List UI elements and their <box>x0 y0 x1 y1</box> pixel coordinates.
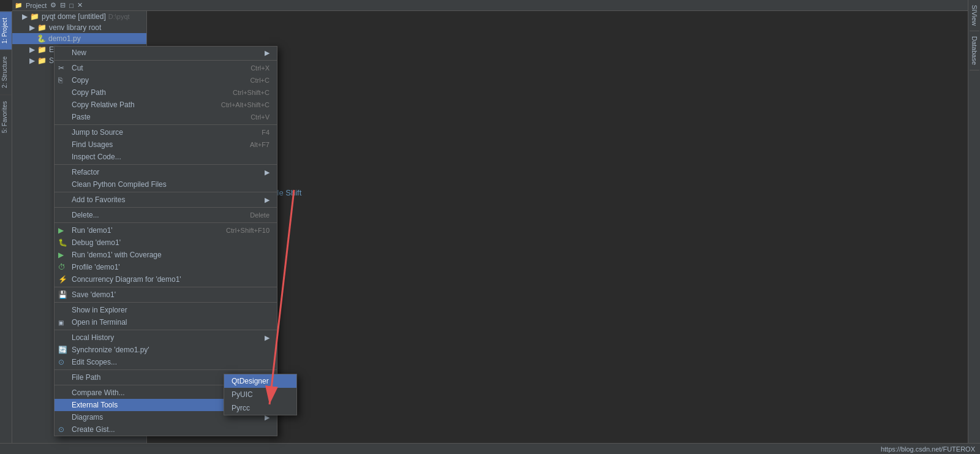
profile-icon: ⏱ <box>58 263 66 271</box>
external-tools-submenu: QtDesigner PyUIC Pyrcc <box>224 374 297 415</box>
cut-shortcut: Ctrl+X <box>251 64 270 72</box>
sync-label: Synchronize 'demo1.py' <box>72 346 149 354</box>
jump-source-label: Jump to Source <box>72 128 123 137</box>
exter-icon: 📁 <box>37 45 47 54</box>
file-path-label: File Path <box>72 373 100 382</box>
debug-label: Debug 'demo1' <box>72 238 121 247</box>
left-panel-tabs: 1: Project 2: Structure 5: Favorites <box>0 11 12 454</box>
menu-copy[interactable]: ⎘ Copy Ctrl+C <box>55 74 277 86</box>
copy-relative-label: Copy Relative Path <box>72 100 135 109</box>
menu-profile[interactable]: ⏱ Profile 'demo1' <box>55 261 277 273</box>
sep-clean <box>55 192 277 192</box>
save-icon: 💾 <box>58 290 67 299</box>
paste-shortcut: Ctrl+V <box>251 113 270 121</box>
show-explorer-label: Show in Explorer <box>72 306 127 314</box>
save-label: Save 'demo1' <box>72 290 116 299</box>
delete-shortcut: Delete <box>250 211 270 219</box>
toolbar-settings-icon[interactable]: ⚙ <box>50 1 56 9</box>
scrat-icon: 📁 <box>37 56 47 65</box>
sync-icon: 🔄 <box>58 346 67 354</box>
arrow-scrat-icon: ▶ <box>29 56 35 65</box>
menu-inspect-code[interactable]: Inspect Code... <box>55 151 277 163</box>
menu-open-terminal[interactable]: ▣ Open in Terminal <box>55 316 277 328</box>
menu-concurrency[interactable]: ⚡ Concurrency Diagram for 'demo1' <box>55 273 277 286</box>
delete-label: Delete... <box>72 211 99 219</box>
submenu-pyrcc[interactable]: Pyrcc <box>224 401 296 415</box>
arrow-venv-icon: ▶ <box>29 23 35 32</box>
cut-icon: ✂ <box>58 64 64 72</box>
menu-jump-source[interactable]: Jump to Source F4 <box>55 126 277 138</box>
new-label: New <box>72 48 86 57</box>
paste-label: Paste <box>72 113 91 121</box>
menu-run[interactable]: ▶ Run 'demo1' Ctrl+Shift+F10 <box>55 224 277 236</box>
open-terminal-label: Open in Terminal <box>72 318 127 327</box>
compare-label: Compare With... <box>72 388 125 397</box>
external-tools-label: External Tools <box>72 401 118 409</box>
menu-debug[interactable]: 🐛 Debug 'demo1' <box>55 236 277 249</box>
right-sidebar: SIView Database <box>968 0 980 454</box>
submenu-pyuic[interactable]: PyUIC <box>224 388 296 401</box>
menu-delete[interactable]: Delete... Delete <box>55 209 277 221</box>
menu-clean-compiled[interactable]: Clean Python Compiled Files <box>55 178 277 191</box>
sep-paste <box>55 124 277 125</box>
menu-new[interactable]: New ▶ <box>55 47 277 59</box>
sep-inspect <box>55 164 277 165</box>
refactor-arrow-icon: ▶ <box>265 168 270 176</box>
project-icon: 📁 <box>15 2 22 9</box>
local-history-arrow-icon: ▶ <box>265 334 270 342</box>
menu-local-history[interactable]: Local History ▶ <box>55 331 277 344</box>
menu-paste[interactable]: Paste Ctrl+V <box>55 111 277 123</box>
tab-structure[interactable]: 2: Structure <box>0 50 12 94</box>
run-icon: ▶ <box>58 226 64 235</box>
sep-save <box>55 302 277 303</box>
add-favorites-label: Add to Favorites <box>72 195 125 204</box>
menu-find-usages[interactable]: Find Usages Alt+F7 <box>55 138 277 151</box>
submenu-qtdesigner[interactable]: QtDesigner <box>224 374 296 388</box>
menu-show-explorer[interactable]: Show in Explorer <box>55 304 277 316</box>
local-history-label: Local History <box>72 333 114 342</box>
favorites-arrow-icon: ▶ <box>265 196 270 204</box>
tree-demo1[interactable]: 🐍 demo1.py <box>12 33 146 44</box>
inspect-code-label: Inspect Code... <box>72 153 121 161</box>
copy-relative-shortcut: Ctrl+Alt+Shift+C <box>221 101 270 108</box>
toolbar-project-label[interactable]: Project <box>26 2 47 9</box>
toolbar: 📁 Project ⚙ ⊟ □ ✕ <box>12 0 968 11</box>
toolbar-close-icon[interactable]: ✕ <box>77 1 83 9</box>
right-tab-database[interactable]: Database <box>970 31 979 70</box>
tab-favorites[interactable]: 5: Favorites <box>0 94 12 139</box>
run-label: Run 'demo1' <box>72 226 113 235</box>
tree-root-label: pyqt dome [untitled] <box>42 12 106 21</box>
menu-add-favorites[interactable]: Add to Favorites ▶ <box>55 194 277 206</box>
menu-cut[interactable]: ✂ Cut Ctrl+X <box>55 62 277 74</box>
edit-scopes-label: Edit Scopes... <box>72 358 117 366</box>
menu-create-gist[interactable]: ⊙ Create Gist... <box>55 423 277 436</box>
menu-edit-scopes[interactable]: ⊙ Edit Scopes... <box>55 356 277 368</box>
toolbar-layout-icon[interactable]: ⊟ <box>60 1 66 9</box>
sep-favorites <box>55 207 277 208</box>
file-icon: 🐍 <box>37 34 46 43</box>
tree-venv[interactable]: ▶ 📁 venv library root <box>12 22 146 33</box>
menu-run-coverage[interactable]: ▶ Run 'demo1' with Coverage <box>55 249 277 261</box>
gist-icon: ⊙ <box>58 425 64 434</box>
copy-path-label: Copy Path <box>72 88 106 97</box>
sep-concurrency <box>55 287 277 287</box>
demo1-label: demo1.py <box>48 34 81 43</box>
right-tab-siview[interactable]: SIView <box>970 0 979 31</box>
sep-delete <box>55 222 277 223</box>
sep-after-new <box>55 60 277 61</box>
menu-copy-path[interactable]: Copy Path Ctrl+Shift+C <box>55 86 277 99</box>
status-bar: https://blog.csdn.net/FUTEROX <box>0 443 980 454</box>
menu-synchronize[interactable]: 🔄 Synchronize 'demo1.py' <box>55 344 277 356</box>
menu-save[interactable]: 💾 Save 'demo1' <box>55 289 277 301</box>
menu-copy-relative[interactable]: Copy Relative Path Ctrl+Alt+Shift+C <box>55 99 277 111</box>
clean-compiled-label: Clean Python Compiled Files <box>72 180 167 189</box>
tree-root[interactable]: ▶ 📁 pyqt dome [untitled] D:\pyqt <box>12 11 146 22</box>
toolbar-max-icon[interactable]: □ <box>69 2 74 9</box>
new-arrow-icon: ▶ <box>265 49 270 57</box>
concurrency-label: Concurrency Diagram for 'demo1' <box>72 275 181 284</box>
tab-project[interactable]: 1: Project <box>0 11 12 50</box>
menu-refactor[interactable]: Refactor ▶ <box>55 166 277 178</box>
concurrency-icon: ⚡ <box>58 275 67 284</box>
scopes-icon: ⊙ <box>58 358 64 366</box>
status-url: https://blog.csdn.net/FUTEROX <box>881 445 975 453</box>
